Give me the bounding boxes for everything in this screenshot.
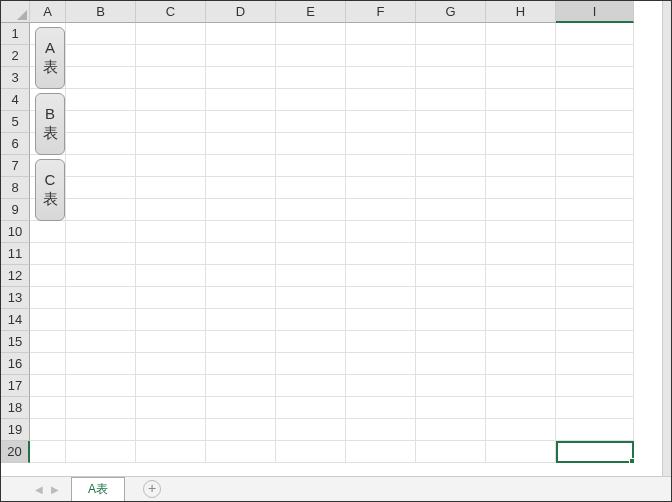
cell[interactable] bbox=[66, 353, 136, 375]
cell[interactable] bbox=[136, 441, 206, 463]
cell[interactable] bbox=[30, 397, 66, 419]
cell[interactable] bbox=[30, 353, 66, 375]
cell[interactable] bbox=[30, 265, 66, 287]
next-sheet-button[interactable]: ▶ bbox=[47, 484, 63, 495]
row-header-1[interactable]: 1 bbox=[1, 23, 30, 45]
cell[interactable] bbox=[66, 331, 136, 353]
row-header-17[interactable]: 17 bbox=[1, 375, 30, 397]
cell[interactable] bbox=[346, 89, 416, 111]
cell[interactable] bbox=[276, 397, 346, 419]
row-header-16[interactable]: 16 bbox=[1, 353, 30, 375]
cell[interactable] bbox=[346, 397, 416, 419]
row-header-13[interactable]: 13 bbox=[1, 287, 30, 309]
cell[interactable] bbox=[346, 221, 416, 243]
cell[interactable] bbox=[556, 155, 634, 177]
row-header-2[interactable]: 2 bbox=[1, 45, 30, 67]
column-header-F[interactable]: F bbox=[346, 1, 416, 23]
cell[interactable] bbox=[346, 331, 416, 353]
cell[interactable] bbox=[416, 133, 486, 155]
cell[interactable] bbox=[276, 243, 346, 265]
cell[interactable] bbox=[486, 155, 556, 177]
cell[interactable] bbox=[206, 309, 276, 331]
select-all-corner[interactable] bbox=[1, 1, 30, 23]
cell[interactable] bbox=[416, 89, 486, 111]
cell[interactable] bbox=[416, 177, 486, 199]
column-header-H[interactable]: H bbox=[486, 1, 556, 23]
cell[interactable] bbox=[556, 441, 634, 463]
cell[interactable] bbox=[206, 287, 276, 309]
cell[interactable] bbox=[276, 155, 346, 177]
cell[interactable] bbox=[206, 23, 276, 45]
cell[interactable] bbox=[136, 221, 206, 243]
column-header-E[interactable]: E bbox=[276, 1, 346, 23]
cell[interactable] bbox=[486, 23, 556, 45]
cells-area[interactable] bbox=[30, 23, 671, 476]
cell[interactable] bbox=[556, 221, 634, 243]
cell[interactable] bbox=[416, 419, 486, 441]
cell[interactable] bbox=[486, 309, 556, 331]
cell[interactable] bbox=[30, 309, 66, 331]
cell[interactable] bbox=[276, 199, 346, 221]
cell[interactable] bbox=[276, 375, 346, 397]
cell[interactable] bbox=[66, 133, 136, 155]
cell[interactable] bbox=[136, 155, 206, 177]
cell[interactable] bbox=[136, 375, 206, 397]
cell[interactable] bbox=[206, 243, 276, 265]
row-header-11[interactable]: 11 bbox=[1, 243, 30, 265]
cell[interactable] bbox=[66, 199, 136, 221]
cell[interactable] bbox=[346, 67, 416, 89]
column-header-A[interactable]: A bbox=[30, 1, 66, 23]
cell[interactable] bbox=[276, 23, 346, 45]
cell[interactable] bbox=[66, 419, 136, 441]
cell[interactable] bbox=[30, 287, 66, 309]
cell[interactable] bbox=[416, 111, 486, 133]
cell[interactable] bbox=[206, 441, 276, 463]
table-nav-button-B[interactable]: B表 bbox=[35, 93, 65, 155]
cell[interactable] bbox=[30, 331, 66, 353]
cell[interactable] bbox=[486, 331, 556, 353]
cell[interactable] bbox=[556, 375, 634, 397]
row-header-6[interactable]: 6 bbox=[1, 133, 30, 155]
column-header-D[interactable]: D bbox=[206, 1, 276, 23]
row-header-12[interactable]: 12 bbox=[1, 265, 30, 287]
cell[interactable] bbox=[66, 67, 136, 89]
cell[interactable] bbox=[206, 353, 276, 375]
cell[interactable] bbox=[66, 89, 136, 111]
cell[interactable] bbox=[206, 89, 276, 111]
add-sheet-button[interactable]: + bbox=[143, 480, 161, 498]
cell[interactable] bbox=[276, 309, 346, 331]
cell[interactable] bbox=[276, 331, 346, 353]
cell[interactable] bbox=[276, 177, 346, 199]
cell[interactable] bbox=[136, 331, 206, 353]
cell[interactable] bbox=[276, 67, 346, 89]
cell[interactable] bbox=[556, 287, 634, 309]
column-header-I[interactable]: I bbox=[556, 1, 634, 23]
row-header-20[interactable]: 20 bbox=[1, 441, 30, 463]
cell[interactable] bbox=[416, 309, 486, 331]
cell[interactable] bbox=[556, 133, 634, 155]
cell[interactable] bbox=[30, 243, 66, 265]
row-header-7[interactable]: 7 bbox=[1, 155, 30, 177]
row-header-5[interactable]: 5 bbox=[1, 111, 30, 133]
cell[interactable] bbox=[486, 89, 556, 111]
cell[interactable] bbox=[136, 419, 206, 441]
cell[interactable] bbox=[416, 221, 486, 243]
cell[interactable] bbox=[416, 375, 486, 397]
cell[interactable] bbox=[416, 199, 486, 221]
cell[interactable] bbox=[206, 221, 276, 243]
cell[interactable] bbox=[416, 441, 486, 463]
cell[interactable] bbox=[66, 287, 136, 309]
cell[interactable] bbox=[206, 265, 276, 287]
cell[interactable] bbox=[66, 243, 136, 265]
cell[interactable] bbox=[486, 111, 556, 133]
row-header-10[interactable]: 10 bbox=[1, 221, 30, 243]
cell[interactable] bbox=[206, 199, 276, 221]
cell[interactable] bbox=[66, 177, 136, 199]
cell[interactable] bbox=[136, 23, 206, 45]
cell[interactable] bbox=[556, 89, 634, 111]
cell[interactable] bbox=[416, 45, 486, 67]
cell[interactable] bbox=[486, 243, 556, 265]
cell[interactable] bbox=[66, 111, 136, 133]
cell[interactable] bbox=[136, 199, 206, 221]
cell[interactable] bbox=[206, 133, 276, 155]
